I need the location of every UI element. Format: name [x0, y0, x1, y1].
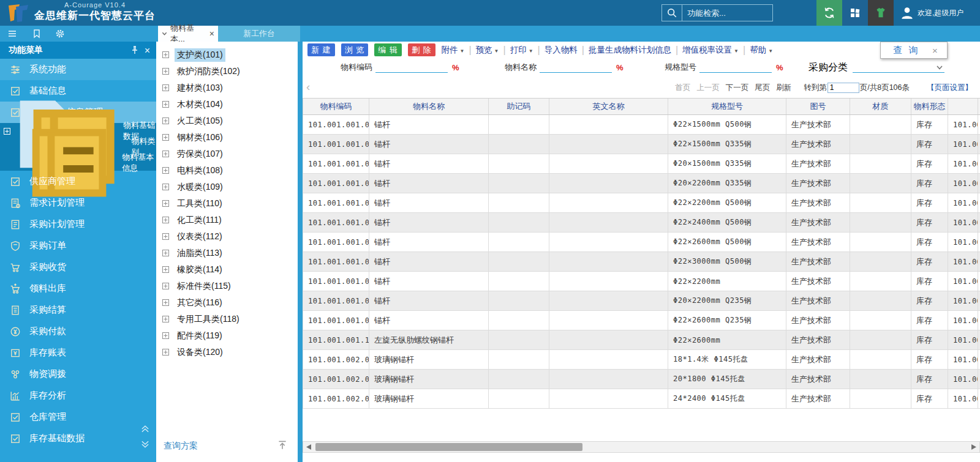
table-row[interactable]: 101.001.001.0025锚杆Φ20×2200mm Q235钢生产技术部库…: [303, 291, 980, 311]
pager-link-4[interactable]: 刷新: [776, 83, 791, 93]
toolbar-menu-0[interactable]: 附件▼: [442, 45, 465, 56]
sidebar-item-12[interactable]: 物资调拨: [0, 363, 156, 385]
query-close-icon[interactable]: ×: [932, 45, 947, 56]
column-header-5[interactable]: 图号: [786, 99, 850, 114]
toolbar-menu-6[interactable]: 帮助▼: [750, 45, 773, 56]
filter-input[interactable]: [540, 62, 612, 73]
pager-link-3[interactable]: 尾页: [755, 83, 770, 93]
tree-item[interactable]: 救护消防类(102): [156, 63, 243, 80]
scroll-right-arrow[interactable]: [968, 442, 979, 452]
bookmark-icon[interactable]: [32, 29, 42, 39]
table-row[interactable]: 101.001.001.0020锚杆Φ22×3000mm Q500钢生产技术部库…: [303, 252, 980, 272]
table-row[interactable]: 101.001.001.0005锚杆Φ20×2200mm Q335钢生产技术部库…: [303, 174, 980, 193]
expand-plus-icon[interactable]: [4, 128, 10, 135]
query-button[interactable]: 查 询: [881, 45, 932, 56]
tree-item[interactable]: 专用工具类(118): [156, 311, 242, 327]
table-row[interactable]: 101.001.002.0001玻璃钢锚杆18*1.4米 Φ145托盘生产技术部…: [303, 350, 980, 370]
expand-plus-icon[interactable]: [162, 266, 169, 273]
panel-splitter[interactable]: [298, 42, 303, 462]
table-row[interactable]: 101.001.001.1001左旋无纵肋螺纹钢锚杆Φ22×2600mm生产技术…: [303, 330, 980, 350]
close-icon[interactable]: ×: [145, 45, 150, 55]
tree-item[interactable]: 支护类(101): [156, 47, 225, 63]
scrollbar-thumb[interactable]: [315, 443, 582, 451]
user-area[interactable]: 欢迎,超级用户: [899, 0, 963, 26]
sidebar-item-10[interactable]: 采购付款: [0, 321, 156, 342]
pager-link-0[interactable]: 首页: [675, 83, 690, 93]
expand-plus-icon[interactable]: [162, 233, 169, 240]
toolbar-menu-1[interactable]: 预览▼: [476, 45, 499, 56]
scroll-up-icon[interactable]: [140, 425, 150, 433]
tree-item[interactable]: 标准件类(115): [156, 278, 233, 294]
tree-item[interactable]: 其它类(116): [156, 294, 225, 311]
expand-plus-icon[interactable]: [162, 134, 169, 141]
tab-new-workbench[interactable]: 新工作台: [218, 26, 300, 42]
column-header-8[interactable]: [948, 99, 978, 114]
tree-item[interactable]: 油脂类(113): [156, 245, 225, 261]
apps-grid-button[interactable]: [842, 0, 868, 26]
pin-icon[interactable]: [130, 45, 140, 55]
filter-select-control[interactable]: [853, 62, 944, 73]
query-scheme-link[interactable]: 查询方案: [164, 441, 198, 452]
expand-plus-icon[interactable]: [162, 151, 169, 157]
collapse-to-top-icon[interactable]: [277, 439, 288, 450]
column-header-3[interactable]: 英文名称: [549, 99, 668, 114]
scroll-down-icon[interactable]: [140, 441, 150, 448]
column-header-4[interactable]: 规格型号: [668, 99, 786, 114]
table-row[interactable]: 101.001.001.0001锚杆Φ22×1500mm Q500钢生产技术部库…: [303, 115, 980, 135]
sidebar-item-0[interactable]: 系统功能: [0, 59, 156, 80]
table-row[interactable]: 101.001.001.0004锚杆Φ20×1500mm Q335钢生产技术部库…: [303, 154, 980, 174]
filter-input[interactable]: [375, 62, 448, 73]
menu-icon[interactable]: [7, 29, 17, 39]
table-row[interactable]: 101.001.001.0002锚杆Φ22×1500mm Q335钢生产技术部库…: [303, 135, 980, 154]
toolbar-button-2[interactable]: 编 辑: [374, 43, 402, 56]
tree-item[interactable]: 工具类(110): [156, 195, 225, 212]
sidebar-item-11[interactable]: 库存账表: [0, 342, 156, 363]
subtree-child-1[interactable]: 物料基本信息: [0, 155, 156, 171]
expand-plus-icon[interactable]: [162, 283, 169, 289]
expand-plus-icon[interactable]: [162, 84, 169, 91]
collapse-filters-icon[interactable]: ‹: [306, 80, 310, 94]
tree-item[interactable]: 配件类(119): [156, 327, 225, 344]
expand-plus-icon[interactable]: [162, 349, 169, 356]
tree-item[interactable]: 劳保类(107): [156, 146, 225, 162]
chevron-down-icon[interactable]: [936, 64, 943, 71]
sidebar-item-9[interactable]: 采购结算: [0, 299, 156, 321]
tree-item[interactable]: 木材类(104): [156, 96, 225, 113]
table-row[interactable]: 101.001.002.0002玻璃钢锚杆20*1800 Φ145托盘生产技术部…: [303, 370, 980, 389]
column-header-7[interactable]: 物料形态: [911, 99, 948, 114]
tree-item[interactable]: 仪表类(112): [156, 228, 225, 245]
pager-link-2[interactable]: 下一页: [726, 83, 749, 93]
toolbar-menu-3[interactable]: 导入物料: [545, 45, 578, 56]
column-header-6[interactable]: 材质: [850, 99, 911, 114]
toolbar-button-0[interactable]: 新 建: [307, 43, 335, 56]
toolbar-menu-2[interactable]: 打印▼: [510, 45, 533, 56]
table-row[interactable]: 101.001.002.0003玻璃钢锚杆24*2400 Φ145托盘生产技术部…: [303, 389, 980, 409]
expand-plus-icon[interactable]: [162, 200, 169, 207]
toolbar-button-1[interactable]: 浏 览: [341, 43, 369, 56]
expand-plus-icon[interactable]: [162, 250, 169, 256]
expand-plus-icon[interactable]: [162, 316, 169, 322]
scroll-left-arrow[interactable]: [303, 442, 314, 452]
column-header-2[interactable]: 助记码: [489, 99, 549, 114]
sidebar-item-8[interactable]: 领料出库: [0, 278, 156, 299]
tree-item[interactable]: 电料类(108): [156, 162, 225, 179]
expand-plus-icon[interactable]: [162, 184, 169, 190]
expand-plus-icon[interactable]: [162, 332, 169, 339]
tree-item[interactable]: 建材类(103): [156, 80, 225, 96]
expand-plus-icon[interactable]: [162, 299, 169, 306]
table-row[interactable]: 101.001.001.0019锚杆Φ22×2600mm Q500钢生产技术部库…: [303, 233, 980, 252]
toolbar-menu-4[interactable]: 批量生成物料计划信息: [589, 45, 671, 56]
shirt-theme-button[interactable]: [868, 0, 894, 26]
expand-plus-icon[interactable]: [162, 117, 169, 124]
sidebar-item-5[interactable]: 采购计划管理: [0, 214, 156, 235]
tab-material-basic[interactable]: 物料基本... ×: [158, 26, 218, 42]
horizontal-scrollbar[interactable]: [303, 441, 980, 453]
tree-item[interactable]: 钢材类(106): [156, 129, 225, 146]
column-header-0[interactable]: 物料编码: [303, 99, 369, 114]
search-icon[interactable]: [662, 4, 682, 21]
tree-item[interactable]: 水暖类(109): [156, 179, 225, 195]
pager-link-1[interactable]: 上一页: [696, 83, 720, 93]
expand-plus-icon[interactable]: [162, 101, 169, 108]
tree-item[interactable]: 橡胶类(114): [156, 261, 225, 278]
table-row[interactable]: 101.001.001.0026锚杆Φ22×2600mm Q235钢生产技术部库…: [303, 311, 980, 330]
